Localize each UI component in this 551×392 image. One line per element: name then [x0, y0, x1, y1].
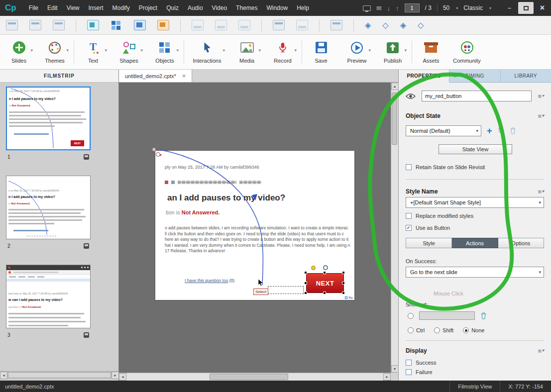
scroll-left-icon[interactable]: ◄ — [119, 373, 126, 381]
state-diamond-icon-3[interactable]: ◈ — [400, 21, 406, 29]
zoom-level[interactable]: 50 — [443, 4, 449, 11]
use-as-button-checkbox[interactable]: ✓ — [406, 225, 412, 231]
slide-stage[interactable]: ply on May 25, 2017 7:28 AM by camilaf39… — [155, 151, 354, 300]
toolbar-save[interactable]: Save — [303, 35, 339, 69]
tool-icon-10[interactable] — [238, 20, 250, 30]
shortcut-radio[interactable] — [408, 313, 414, 319]
tool-icon-5[interactable] — [110, 20, 122, 30]
none-radio[interactable] — [463, 327, 469, 333]
document-tab[interactable]: untitled_demo2.cptx* × — [119, 70, 192, 82]
current-slide-field[interactable]: 1 — [405, 3, 420, 12]
delete-state-icon[interactable] — [510, 127, 516, 134]
retain-state-checkbox[interactable] — [406, 164, 412, 170]
subtab-style[interactable]: Style — [406, 238, 452, 248]
arrow-down-icon[interactable]: ↓ — [387, 4, 391, 12]
selection-handle[interactable] — [342, 292, 345, 294]
menu-video[interactable]: Video — [208, 3, 231, 13]
menu-quiz[interactable]: Quiz — [162, 3, 183, 13]
toolbar-preview[interactable]: ▾ Preview — [339, 35, 375, 69]
scroll-right-icon[interactable]: ► — [111, 372, 119, 379]
panel-menu-icon[interactable]: ≡▾ — [538, 189, 544, 195]
mouse-start-point[interactable] — [156, 152, 160, 157]
toolbar-media[interactable]: ▾ Media — [229, 35, 265, 69]
text-caption-outline[interactable] — [268, 286, 304, 294]
slide-video-icon[interactable] — [84, 332, 89, 338]
tab-timing[interactable]: TIMING — [449, 70, 500, 82]
toolbar-shapes[interactable]: ▾ Shapes — [111, 35, 147, 69]
selection-handle[interactable] — [342, 282, 345, 285]
tool-icon-13[interactable] — [331, 20, 342, 30]
state-diamond-icon-2[interactable]: ◇ — [382, 21, 388, 29]
tab-library[interactable]: LIBRARY — [501, 70, 551, 82]
object-name-input[interactable] — [422, 91, 532, 101]
panel-menu-icon[interactable]: ≡▾ — [538, 348, 544, 354]
menu-window[interactable]: Window — [262, 3, 292, 13]
ctrl-radio[interactable] — [408, 327, 414, 333]
presentation-icon[interactable] — [363, 5, 371, 11]
scroll-up-icon[interactable]: ▲ — [391, 83, 399, 90]
selection-handle[interactable] — [304, 292, 307, 294]
scrollbar-thumb[interactable] — [210, 374, 288, 380]
tool-icon-4[interactable] — [87, 20, 99, 30]
canvas[interactable]: ply on May 25, 2017 7:28 AM by camilaf39… — [119, 83, 398, 373]
menu-audio[interactable]: Audio — [183, 3, 208, 13]
slide-video-icon[interactable] — [84, 154, 89, 160]
tool-icon-12[interactable] — [296, 20, 308, 30]
menu-edit[interactable]: Edit — [43, 3, 62, 13]
reset-state-icon[interactable]: ↻ — [498, 127, 504, 135]
menu-project[interactable]: Project — [134, 3, 162, 13]
statusbar-view-mode[interactable]: Filmstrip View — [449, 381, 500, 392]
failure-checkbox[interactable] — [406, 369, 412, 375]
state-diamond-icon-4[interactable]: ◇ — [418, 21, 424, 29]
panel-menu-icon[interactable]: ≡▾ — [538, 93, 544, 99]
tool-icon-11[interactable] — [273, 20, 285, 30]
slide-thumbnail-3[interactable]: ked reply on May 25, 2017 7:28 AM by cam… — [6, 265, 91, 328]
menu-themes[interactable]: Themes — [231, 3, 262, 13]
scrollbar-thumb[interactable] — [392, 93, 397, 145]
panel-menu-icon[interactable]: ≡▾ — [538, 113, 544, 119]
state-diamond-icon-1[interactable]: ◈ — [365, 21, 371, 29]
scrollbar-thumb[interactable] — [8, 372, 111, 378]
tool-icon-9[interactable] — [215, 20, 227, 30]
close-tab-icon[interactable]: × — [182, 72, 186, 80]
tool-icon-8[interactable] — [192, 20, 204, 30]
toolbar-themes[interactable]: ▾ Themes — [37, 35, 73, 69]
tool-icon-6[interactable] — [134, 20, 146, 30]
minimize-button[interactable]: − — [502, 2, 517, 14]
toolbar-interactions[interactable]: ▾ Interactions — [185, 35, 229, 69]
zoom-caret-icon[interactable]: ▾ — [456, 6, 458, 10]
menu-insert[interactable]: Insert — [84, 3, 108, 13]
tool-icon-7[interactable] — [157, 20, 169, 30]
selection-handle[interactable] — [304, 282, 307, 285]
tool-icon-1[interactable] — [6, 20, 18, 30]
toolbar-text[interactable]: ▾ Text — [75, 35, 111, 69]
visibility-eye-icon[interactable] — [406, 93, 416, 99]
toolbar-assets[interactable]: Assets — [413, 35, 449, 69]
toolbar-record[interactable]: ▾ Record — [265, 35, 301, 69]
scroll-left-icon[interactable]: ◄ — [0, 372, 7, 379]
adjust-handle[interactable] — [311, 266, 316, 270]
subtab-options[interactable]: Options — [498, 238, 544, 248]
rotate-handle[interactable] — [323, 265, 328, 270]
tool-icon-3[interactable] — [53, 20, 65, 30]
slide-thumbnail-2[interactable]: s on May 25, 2017 7:28 AM by camilaf3993… — [6, 176, 91, 239]
mail-icon[interactable]: ✉ — [376, 4, 382, 12]
toolbar-slides[interactable]: ▾ Slides — [1, 35, 37, 69]
maximize-button[interactable] — [518, 2, 534, 14]
menu-view[interactable]: View — [62, 3, 84, 13]
on-success-dropdown[interactable]: Go to the next slide ▾ — [406, 267, 544, 278]
toolbar-publish[interactable]: ▾ Publish — [375, 35, 411, 69]
shift-radio[interactable] — [434, 327, 440, 333]
filmstrip-scrollbar[interactable]: ◄ ► — [0, 371, 119, 379]
selection-handle[interactable] — [304, 271, 307, 274]
next-button-object[interactable]: NEXT — [306, 273, 344, 293]
slide-video-icon[interactable] — [84, 243, 89, 249]
clear-shortcut-trash-icon[interactable] — [480, 312, 487, 319]
menu-modify[interactable]: Modify — [108, 3, 134, 13]
subtab-actions[interactable]: Actions — [452, 238, 498, 248]
toolbar-community[interactable]: Community — [449, 35, 485, 69]
scroll-down-icon[interactable]: ▼ — [391, 365, 399, 373]
close-button[interactable]: × — [535, 2, 550, 14]
tab-properties[interactable]: PROPERTIES — [399, 70, 449, 83]
arrow-up-icon[interactable]: ↑ — [396, 4, 399, 12]
